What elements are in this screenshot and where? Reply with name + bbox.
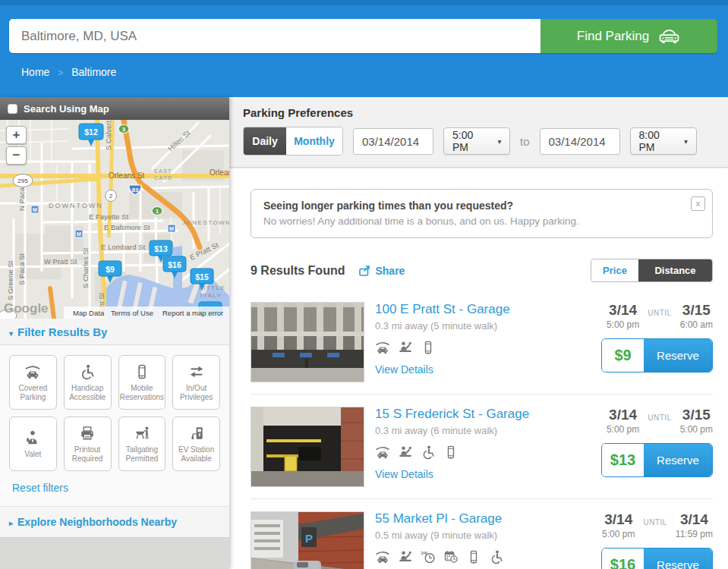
svg-text:2: 2 [109, 193, 113, 200]
result-photo[interactable] [251, 302, 364, 382]
svg-text:JONESTOWN: JONESTOWN [182, 219, 229, 226]
result-distance: 0.5 mi away (9 minute walk) [375, 530, 579, 541]
end-time-select[interactable]: 8:00 PM ▾ [630, 127, 697, 155]
covered-parking-icon [375, 340, 390, 355]
result-title-link[interactable]: 55 Market Pl - Garage [375, 511, 502, 527]
until-label: UNTIL [648, 413, 671, 422]
top-bar: Find Parking Home > Baltimore [0, 0, 728, 97]
filter-in-out-button[interactable]: In/Out Privileges [172, 355, 220, 410]
map[interactable]: Orleans St Orleans EAST CASE Hillen St D… [0, 120, 229, 319]
amenity-icons [375, 445, 579, 460]
sort-by-price-button[interactable]: Price [591, 259, 638, 281]
svg-text:P: P [305, 532, 313, 545]
svg-text:83: 83 [132, 187, 139, 193]
location-search-bar: Find Parking [9, 19, 717, 53]
open-24-7-icon [421, 549, 436, 564]
to-label: to [520, 135, 530, 148]
result-title-link[interactable]: 100 E Pratt St - Garage [375, 302, 510, 317]
view-details-link[interactable]: View Details [375, 363, 433, 376]
until-label: UNTIL [643, 518, 667, 527]
reserve-button[interactable]: $16 Reserve [601, 548, 713, 569]
end-time: 5:00 pm [680, 424, 713, 435]
filter-handicap-button[interactable]: Handicap Accessible [64, 355, 112, 410]
svg-text:M: M [33, 207, 37, 212]
filter-printout-button[interactable]: Printout Required [64, 417, 112, 471]
reserve-button[interactable]: $9 Reserve [601, 338, 713, 373]
svg-text:S Charles St: S Charles St [81, 247, 90, 288]
start-time-select[interactable]: 5:00 PM ▾ [443, 127, 510, 155]
svg-text:DOWNTOWN: DOWNTOWN [49, 202, 103, 209]
filter-mobile-button[interactable]: Mobile Reservations [118, 355, 166, 410]
view-details-link[interactable]: View Details [375, 468, 433, 480]
svg-text:$12: $12 [84, 127, 98, 137]
find-parking-button[interactable]: Find Parking [540, 19, 717, 53]
handicap-icon [421, 445, 436, 460]
svg-text:E Baltimore St: E Baltimore St [104, 223, 150, 231]
main-panel: Parking Preferences Daily Monthly 5:00 P… [229, 97, 728, 569]
zoom-out-button[interactable]: − [6, 146, 27, 165]
find-parking-label: Find Parking [577, 29, 649, 44]
result-photo[interactable]: P [251, 511, 364, 569]
svg-text:Orleans: Orleans [210, 168, 229, 177]
breadcrumb: Home > Baltimore [21, 66, 728, 78]
end-date: 3/15 [680, 407, 713, 423]
reservation-dates: 3/145:00 pm UNTIL 3/156:00 am [607, 303, 713, 330]
end-time: 11:59 pm [676, 529, 713, 539]
start-date-input[interactable] [353, 128, 433, 155]
svg-text:M: M [77, 231, 81, 237]
end-date: 3/15 [680, 303, 713, 318]
report-map-error-link[interactable]: Report a map error [162, 309, 223, 317]
result-photo[interactable] [251, 407, 364, 487]
terms-of-use-link[interactable]: Terms of Use [111, 309, 153, 317]
notice-box: Seeing longer parking times than you req… [251, 189, 713, 238]
printout-icon [79, 425, 96, 442]
filter-ev-station-button[interactable]: EV Station Available [172, 417, 220, 471]
result-title-link[interactable]: 15 S Frederick St - Garage [375, 407, 529, 422]
filter-results-title: Filter Results By [17, 325, 107, 338]
share-label: Share [375, 265, 405, 277]
top-accent-strip [0, 0, 728, 5]
svg-text:3: 3 [122, 126, 126, 133]
daily-tab[interactable]: Daily [244, 127, 286, 155]
sort-by-distance-button[interactable]: Distance [638, 259, 712, 281]
start-date: 3/14 [602, 512, 635, 527]
start-time: 5:00 pm [602, 529, 635, 539]
svg-text:$13: $13 [154, 244, 168, 253]
end-date-input[interactable] [540, 128, 620, 155]
search-using-map-checkbox[interactable] [8, 104, 17, 114]
parking-preferences-panel: Parking Preferences Daily Monthly 5:00 P… [229, 97, 728, 168]
until-label: UNTIL [648, 309, 671, 317]
location-search-input[interactable] [9, 19, 540, 53]
svg-text:$15: $15 [195, 272, 209, 281]
result-distance: 0.3 mi away (5 minute walk) [375, 320, 579, 332]
reserve-button[interactable]: $13 Reserve [601, 443, 713, 477]
close-icon[interactable]: x [691, 196, 705, 211]
filter-covered-parking-button[interactable]: Covered Parking [9, 355, 57, 410]
parking-preferences-title: Parking Preferences [243, 106, 728, 119]
svg-text:$9: $9 [106, 265, 115, 274]
end-time: 6:00 am [680, 319, 713, 330]
breadcrumb-home-link[interactable]: Home [21, 66, 49, 78]
svg-text:1: 1 [156, 208, 159, 215]
start-time: 5:00 pm [607, 424, 639, 435]
filter-results-header[interactable]: ▾Filter Results By [0, 319, 229, 345]
handicap-icon [79, 363, 96, 380]
sort-toggle: Price Distance [591, 259, 713, 282]
start-date: 3/14 [607, 303, 639, 318]
result-row: P 55 Market Pl - Garage 0.5 mi away (9 m… [251, 499, 713, 569]
start-time-value: 5:00 PM [444, 129, 490, 153]
monthly-tab[interactable]: Monthly [286, 127, 342, 155]
covered-parking-icon [375, 549, 390, 564]
explore-neighborhoods-title: Explore Neighborhoods Nearby [17, 516, 177, 528]
zoom-in-button[interactable]: + [6, 126, 27, 144]
reset-filters-link[interactable]: Reset filters [12, 482, 68, 494]
explore-neighborhoods-header[interactable]: ▸Explore Neighborhoods Nearby [0, 506, 229, 538]
filter-tailgating-button[interactable]: Tailgating Permitted [118, 417, 166, 471]
filter-valet-button[interactable]: Valet [9, 417, 57, 471]
share-link[interactable]: Share [358, 265, 405, 277]
svg-text:S Paca St: S Paca St [17, 253, 26, 285]
map-data-link[interactable]: Map Data [73, 309, 105, 317]
notice-body: No worries! Any additional time is a bon… [263, 215, 700, 227]
results-count: 9 Results Found [251, 264, 345, 278]
mobile-icon [421, 340, 436, 355]
